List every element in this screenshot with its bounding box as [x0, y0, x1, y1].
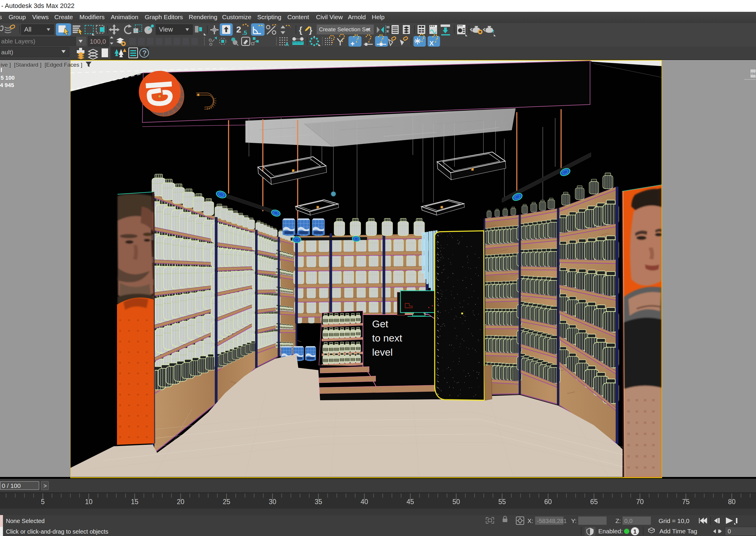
- svg-text:Content: Content: [287, 14, 309, 20]
- svg-text:0: 0: [728, 528, 731, 535]
- svg-text:View: View: [159, 26, 173, 33]
- svg-text:to next: to next: [372, 332, 402, 344]
- svg-text:55: 55: [498, 498, 506, 506]
- svg-text:75: 75: [682, 498, 690, 506]
- svg-text:FRO: FRO: [751, 72, 756, 76]
- svg-text:Customize: Customize: [222, 14, 251, 20]
- svg-text:ault): ault): [1, 49, 13, 55]
- svg-text:Create: Create: [54, 14, 73, 20]
- svg-text:25: 25: [223, 498, 230, 506]
- svg-text:Get: Get: [372, 318, 388, 329]
- svg-text:Group: Group: [9, 14, 26, 20]
- svg-text:65: 65: [590, 498, 598, 506]
- svg-text:Help: Help: [372, 14, 385, 20]
- svg-text:70: 70: [636, 498, 644, 506]
- svg-text:100,0: 100,0: [90, 38, 106, 45]
- svg-text:Rendering: Rendering: [189, 14, 217, 20]
- svg-text:Graph Editors: Graph Editors: [145, 14, 183, 20]
- svg-text:80: 80: [728, 498, 736, 506]
- svg-text:5: 5: [41, 498, 45, 506]
- svg-text:able Layers): able Layers): [1, 38, 35, 45]
- svg-text:0,0: 0,0: [624, 518, 633, 524]
- svg-text:40: 40: [361, 498, 368, 506]
- svg-text:Civil View: Civil View: [316, 14, 343, 20]
- svg-text:Click or click-and-drag to sel: Click or click-and-drag to select object…: [6, 528, 108, 535]
- svg-text:4 945: 4 945: [0, 82, 14, 88]
- svg-text:?: ?: [142, 49, 147, 57]
- svg-text:Enabled:: Enabled:: [598, 528, 623, 535]
- svg-text:Create Selection Set: Create Selection Set: [319, 26, 371, 32]
- svg-text:level: level: [372, 347, 393, 358]
- svg-text:0 / 100: 0 / 100: [2, 482, 21, 489]
- svg-text:X:: X:: [528, 518, 533, 524]
- svg-text:Animation: Animation: [111, 14, 138, 20]
- svg-text:ive ] [Standard ] [Edged Fac: ive ] [Standard ] [Edged Faces ]: [1, 62, 83, 68]
- svg-text:30: 30: [269, 498, 276, 506]
- svg-text:>: >: [43, 483, 47, 489]
- svg-text:Z:: Z:: [615, 518, 621, 524]
- svg-text:20: 20: [177, 498, 185, 506]
- svg-text:Modifiers: Modifiers: [80, 14, 105, 20]
- svg-text:Y:: Y:: [571, 518, 577, 524]
- svg-text:50: 50: [452, 498, 460, 506]
- svg-text:None Selected: None Selected: [6, 518, 45, 524]
- svg-text:s: s: [0, 14, 2, 20]
- svg-text:Arnold: Arnold: [348, 14, 366, 20]
- svg-text:Scripting: Scripting: [257, 14, 281, 20]
- svg-text:Add Time Tag: Add Time Tag: [659, 528, 697, 535]
- svg-text:1: 1: [633, 528, 636, 535]
- svg-text:5 100: 5 100: [1, 75, 15, 81]
- svg-text:.5: .5: [242, 29, 247, 36]
- svg-text:60: 60: [544, 498, 552, 506]
- svg-text:Views: Views: [32, 14, 49, 20]
- svg-text:A: A: [285, 42, 289, 47]
- svg-text:45: 45: [406, 498, 414, 506]
- svg-text:10: 10: [85, 498, 93, 506]
- svg-text:-58348,281: -58348,281: [537, 518, 567, 524]
- svg-text:X: X: [430, 40, 434, 47]
- svg-text:35: 35: [315, 498, 322, 506]
- svg-text:15: 15: [131, 498, 139, 506]
- svg-text:Grid = 10,0: Grid = 10,0: [659, 518, 689, 524]
- svg-text:2: 2: [236, 24, 241, 34]
- svg-text:- Autodesk 3ds Max 2022: - Autodesk 3ds Max 2022: [1, 2, 74, 10]
- svg-text:All: All: [24, 26, 31, 33]
- svg-text:{: {: [299, 25, 302, 35]
